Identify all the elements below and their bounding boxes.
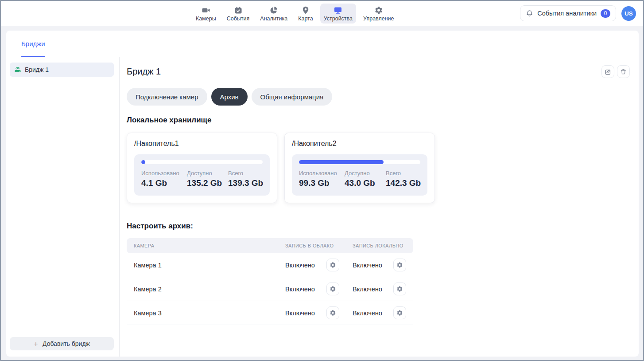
available-label: Доступно bbox=[345, 170, 386, 177]
local-settings-button[interactable] bbox=[393, 306, 406, 319]
cloud-settings-button[interactable] bbox=[326, 283, 339, 295]
nav-item-map[interactable]: Карта bbox=[295, 4, 316, 24]
total-value: 142.3 Gb bbox=[386, 178, 421, 188]
bridge-item-label: Бридж 1 bbox=[25, 66, 49, 73]
header-right: События аналитики 0 US bbox=[520, 5, 636, 21]
archive-section-title: Настроить архив: bbox=[127, 222, 630, 231]
available-value: 135.2 Gb bbox=[187, 178, 228, 188]
used-label: Использовано bbox=[141, 170, 187, 177]
gear-icon bbox=[396, 286, 403, 292]
calendar-check-icon bbox=[234, 6, 243, 15]
drive-usage-panel: Использовано 4.1 Gb Доступно 135.2 Gb Вс… bbox=[134, 154, 270, 196]
total-label: Всего bbox=[386, 170, 421, 177]
nav-item-devices[interactable]: Устройства bbox=[320, 4, 356, 24]
tab-archive[interactable]: Архив bbox=[211, 88, 248, 106]
page-title: Бридж 1 bbox=[127, 67, 161, 77]
panel-body: Бридж 1 + Добавить бридж Бридж 1 bbox=[6, 57, 639, 357]
column-cloud-recording: ЗАПИСЬ В ОБЛАКО bbox=[285, 243, 353, 248]
drive-progress-track bbox=[141, 160, 263, 164]
table-row-camera-1: Камера 1 Включено Включено bbox=[127, 253, 413, 277]
total-value: 139.3 Gb bbox=[228, 178, 263, 188]
plus-icon: + bbox=[34, 340, 38, 348]
local-recording-status: Включено bbox=[353, 262, 382, 269]
drive-stats: Использовано 4.1 Gb Доступно 135.2 Gb Вс… bbox=[141, 170, 263, 188]
main-nav: Камеры События Аналитика Карта Устройств… bbox=[192, 4, 398, 24]
bridges-sidebar: Бридж 1 + Добавить бридж bbox=[6, 57, 120, 357]
drive-stats: Использовано 99.3 Gb Доступно 43.0 Gb Вс… bbox=[299, 170, 420, 188]
used-value: 4.1 Gb bbox=[141, 178, 187, 188]
drive-usage-panel: Использовано 99.3 Gb Доступно 43.0 Gb Вс… bbox=[292, 154, 427, 196]
edit-pencil-icon bbox=[605, 68, 612, 75]
nav-item-label: Управление bbox=[363, 16, 394, 22]
storage-section-title: Локальное хранилище bbox=[127, 116, 630, 125]
nav-item-cameras[interactable]: Камеры bbox=[192, 4, 220, 24]
camera-name: Камера 3 bbox=[127, 310, 285, 317]
map-pin-icon bbox=[301, 6, 310, 15]
camera-name: Камера 1 bbox=[127, 262, 285, 269]
tab-camera-connection[interactable]: Подключение камер bbox=[127, 88, 207, 106]
drive-name: /Накопитель1 bbox=[134, 140, 270, 148]
bridge-router-icon bbox=[14, 66, 21, 73]
analytics-events-label: События аналитики bbox=[537, 10, 597, 17]
gear-icon bbox=[374, 6, 383, 15]
local-recording-status: Включено bbox=[353, 310, 382, 317]
cloud-settings-button[interactable] bbox=[326, 306, 339, 319]
bridge-detail: Бридж 1 Подключение камер bbox=[120, 57, 639, 357]
gear-icon bbox=[330, 262, 336, 268]
drive-card-1: /Накопитель1 Использовано 4.1 Gb Доступн… bbox=[127, 133, 277, 203]
tab-bridges[interactable]: Бриджи bbox=[21, 31, 45, 57]
cloud-recording-status: Включено bbox=[285, 310, 315, 317]
column-camera: КАМЕРА bbox=[127, 243, 285, 248]
gear-icon bbox=[330, 310, 336, 316]
nav-item-label: События bbox=[227, 16, 250, 22]
local-settings-button[interactable] bbox=[393, 283, 406, 295]
nav-item-management[interactable]: Управление bbox=[360, 4, 398, 24]
used-value: 99.3 Gb bbox=[299, 178, 345, 188]
archive-table: КАМЕРА ЗАПИСЬ В ОБЛАКО ЗАПИСЬ ЛОКАЛЬНО К… bbox=[127, 238, 413, 325]
gear-icon bbox=[396, 310, 403, 316]
storage-cards: /Накопитель1 Использовано 4.1 Gb Доступн… bbox=[127, 133, 630, 203]
table-row-camera-3: Камера 3 Включено Включено bbox=[127, 301, 413, 325]
table-row-camera-2: Камера 2 Включено Включено bbox=[127, 277, 413, 301]
available-label: Доступно bbox=[187, 170, 228, 177]
edit-bridge-button[interactable] bbox=[601, 65, 614, 78]
cloud-recording-status: Включено bbox=[285, 286, 315, 293]
events-count-badge: 0 bbox=[601, 9, 610, 18]
title-row: Бридж 1 bbox=[127, 65, 630, 78]
avatar[interactable]: US bbox=[621, 6, 636, 21]
column-local-recording: ЗАПИСЬ ЛОКАЛЬНО bbox=[353, 243, 413, 248]
drive-card-2: /Накопитель2 Использовано 99.3 Gb Доступ… bbox=[284, 133, 435, 203]
local-recording-status: Включено bbox=[353, 286, 382, 293]
add-bridge-button[interactable]: + Добавить бридж bbox=[10, 337, 114, 350]
video-camera-icon bbox=[202, 6, 210, 15]
gear-icon bbox=[330, 286, 336, 292]
camera-name: Камера 2 bbox=[127, 286, 285, 293]
top-navbar: Камеры События Аналитика Карта Устройств… bbox=[1, 1, 643, 26]
main-panel: Бриджи Бридж 1 + Добавить бридж Бридж 1 bbox=[6, 31, 639, 357]
total-label: Всего bbox=[228, 170, 263, 177]
archive-table-header: КАМЕРА ЗАПИСЬ В ОБЛАКО ЗАПИСЬ ЛОКАЛЬНО bbox=[127, 238, 413, 253]
tab-general-info[interactable]: Общая информация bbox=[252, 88, 333, 106]
nav-item-label: Камеры bbox=[196, 16, 216, 22]
nav-item-events[interactable]: События bbox=[223, 4, 253, 24]
used-label: Использовано bbox=[299, 170, 345, 177]
monitor-icon bbox=[334, 6, 342, 15]
drive-progress-track bbox=[299, 160, 420, 164]
bridge-tabs: Подключение камер Архив Общая информация bbox=[127, 88, 630, 106]
sidebar-item-bridge-1[interactable]: Бридж 1 bbox=[10, 63, 114, 77]
cloud-settings-button[interactable] bbox=[326, 259, 339, 271]
title-actions bbox=[601, 65, 630, 78]
nav-item-analytics[interactable]: Аналитика bbox=[256, 4, 291, 24]
drive-name: /Накопитель2 bbox=[292, 140, 427, 148]
drive-progress-fill bbox=[141, 160, 145, 164]
pie-chart-icon bbox=[269, 6, 278, 15]
delete-bridge-button[interactable] bbox=[617, 65, 630, 78]
add-bridge-label: Добавить бридж bbox=[43, 340, 90, 347]
cloud-recording-status: Включено bbox=[285, 262, 315, 269]
gear-icon bbox=[396, 262, 403, 268]
analytics-events-button[interactable]: События аналитики 0 bbox=[520, 5, 616, 21]
available-value: 43.0 Gb bbox=[345, 178, 386, 188]
trash-icon bbox=[620, 68, 627, 75]
drive-progress-fill bbox=[299, 160, 384, 164]
local-settings-button[interactable] bbox=[393, 259, 406, 271]
